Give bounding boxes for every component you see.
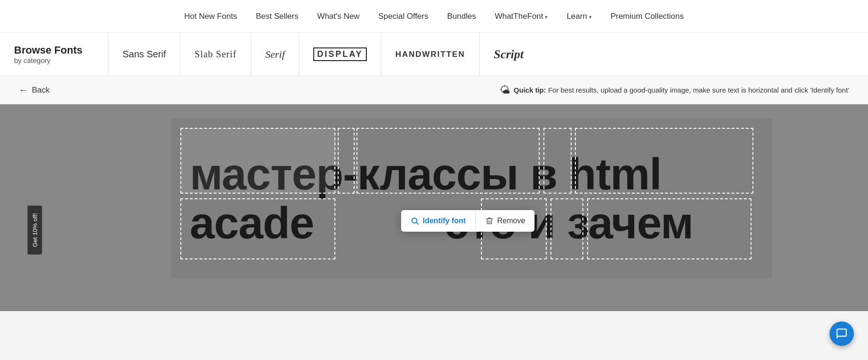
category-sans-serif[interactable]: Sans Serif — [108, 33, 180, 76]
selection-box-html[interactable] — [575, 128, 753, 194]
selection-box-v[interactable] — [543, 128, 572, 194]
nav-item-whats-new[interactable]: What's New — [317, 12, 359, 21]
nav-item-learn[interactable]: Learn▾ — [566, 12, 591, 21]
category-slab-serif[interactable]: Slab Serif — [180, 33, 250, 76]
nav-item-premium-collections[interactable]: Premium Collections — [611, 12, 684, 21]
selection-box-acade[interactable] — [180, 198, 335, 259]
back-button[interactable]: ← Back — [19, 85, 50, 95]
category-display[interactable]: DISPLAY — [299, 33, 380, 76]
top-navigation: Hot New Fonts Best Sellers What's New Sp… — [0, 0, 868, 33]
browse-subtitle: by category — [14, 56, 94, 64]
search-icon — [411, 217, 419, 225]
category-bar: Browse Fonts by category Sans Serif Slab… — [0, 33, 868, 76]
sun-icon: 🌤 — [500, 84, 510, 96]
selection-box-klassy[interactable] — [356, 128, 540, 194]
selection-box-master[interactable] — [180, 128, 335, 194]
nav-item-special-offers[interactable]: Special Offers — [379, 12, 428, 21]
browse-title: Browse Fonts — [14, 44, 94, 56]
selection-box-i[interactable] — [550, 198, 583, 259]
selection-boxes — [171, 118, 772, 278]
selection-box-zachem[interactable] — [587, 198, 752, 259]
dropdown-arrow-icon: ▾ — [545, 14, 548, 20]
category-items-list: Sans Serif Slab Serif Serif DISPLAY HAND… — [108, 33, 868, 76]
back-arrow-icon: ← — [19, 85, 28, 95]
quick-tip-prefix: Quick tip: — [514, 86, 546, 94]
identify-popup: Identify font Remove — [401, 210, 535, 232]
nav-item-bundles[interactable]: Bundles — [447, 12, 476, 21]
category-handwritten[interactable]: HANDWRITTEN — [381, 33, 480, 76]
dropdown-arrow-icon: ▾ — [589, 14, 592, 20]
back-bar: ← Back 🌤 Quick tip: For best results, up… — [0, 76, 868, 104]
category-serif[interactable]: Serif — [251, 33, 299, 76]
svg-point-0 — [412, 218, 417, 223]
selection-box-dash[interactable] — [338, 128, 355, 194]
nav-item-hot-new-fonts[interactable]: Hot New Fonts — [184, 12, 237, 21]
font-image-container[interactable]: мастер-классы в html acade это и зачем — [171, 118, 772, 278]
browse-label: Browse Fonts by category — [14, 44, 108, 64]
promo-tab[interactable]: Get 10% off! — [28, 206, 42, 255]
remove-button[interactable]: Remove — [476, 210, 535, 232]
canvas-area: Get 10% off! мастер-классы в html acade … — [0, 104, 868, 311]
quick-tip-text: For best results, upload a good-quality … — [548, 86, 849, 94]
trash-icon — [485, 217, 494, 225]
svg-line-1 — [416, 222, 418, 224]
category-script[interactable]: Script — [479, 33, 538, 76]
quick-tip: 🌤 Quick tip: For best results, upload a … — [500, 84, 849, 96]
nav-item-best-sellers[interactable]: Best Sellers — [256, 12, 299, 21]
nav-item-whatthefont[interactable]: WhatTheFont▾ — [495, 12, 548, 21]
identify-font-button[interactable]: Identify font — [401, 210, 475, 232]
